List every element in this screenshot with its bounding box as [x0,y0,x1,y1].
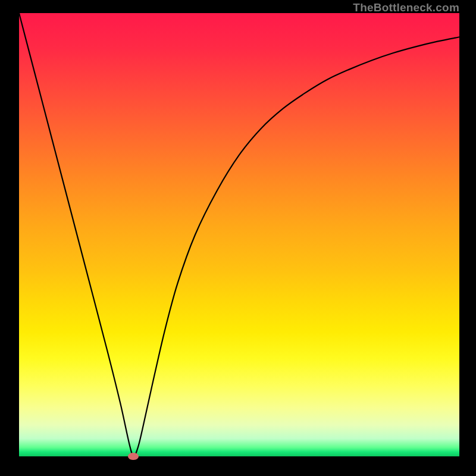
bottleneck-chart: TheBottleneck.com [0,0,476,476]
minimum-marker [128,453,139,460]
bottleneck-curve-path [19,13,459,456]
attribution-label: TheBottleneck.com [353,1,459,14]
curve-svg [19,13,459,456]
plot-area [19,13,459,456]
